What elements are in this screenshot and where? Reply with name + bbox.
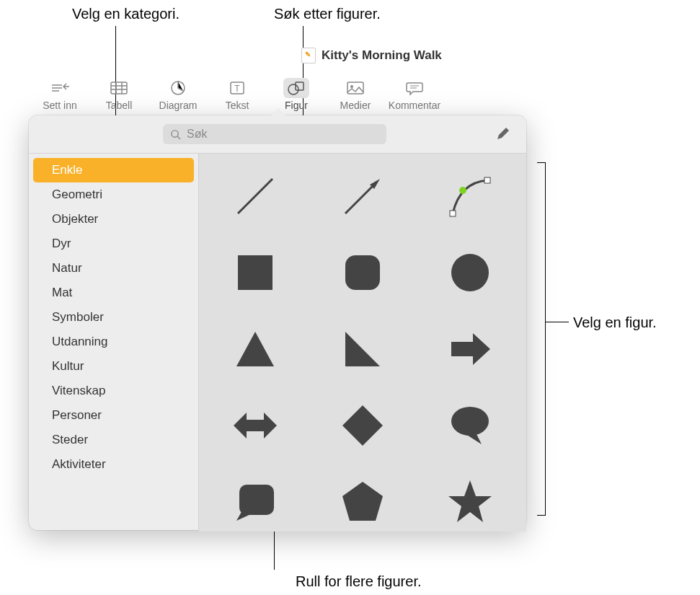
- shape-right-triangle[interactable]: [334, 324, 391, 374]
- shape-double-arrow[interactable]: [226, 400, 284, 451]
- callout-category: Velg en kategori.: [72, 6, 180, 22]
- shape-speech-bubble[interactable]: [441, 400, 499, 451]
- category-item-personer[interactable]: Personer: [29, 403, 198, 428]
- search-input[interactable]: Søk: [163, 124, 386, 144]
- category-item-kultur[interactable]: Kultur: [29, 354, 198, 379]
- category-item-aktiviteter[interactable]: Aktiviteter: [29, 452, 198, 477]
- window-title: Kitty's Morning Walk: [301, 48, 442, 63]
- svg-marker-28: [448, 480, 492, 522]
- shape-circle[interactable]: [441, 247, 499, 298]
- svg-point-14: [459, 187, 466, 194]
- shape-callout-box[interactable]: [226, 477, 284, 527]
- text-icon: T: [224, 78, 250, 98]
- svg-rect-25: [239, 485, 274, 515]
- shape-line[interactable]: [226, 171, 284, 221]
- callout-pick: Velg en figur.: [573, 314, 657, 331]
- shape-arrow-line[interactable]: [334, 171, 391, 221]
- shape-square[interactable]: [226, 247, 284, 298]
- shape-icon: [283, 78, 309, 98]
- svg-point-8: [172, 130, 178, 136]
- callout-line-scroll: [274, 528, 275, 570]
- category-list[interactable]: Enkle Geometri Objekter Dyr Natur Mat Sy…: [29, 154, 198, 532]
- shapes-panel[interactable]: [198, 154, 526, 532]
- bracket-shapes: [537, 162, 546, 516]
- toolbar-chart[interactable]: Diagram: [157, 78, 199, 111]
- svg-rect-15: [238, 255, 273, 290]
- category-item-objekter[interactable]: Objekter: [29, 207, 198, 232]
- category-item-symboler[interactable]: Symboler: [29, 305, 198, 330]
- svg-marker-27: [342, 482, 383, 521]
- main-toolbar: Sett inn Tabell Diagram T Tekst Figur Me…: [29, 72, 446, 117]
- insert-icon: [47, 78, 73, 98]
- toolbar-media[interactable]: Medier: [335, 78, 376, 111]
- svg-line-9: [238, 179, 273, 213]
- category-item-vitenskap[interactable]: Vitenskap: [29, 379, 198, 403]
- toolbar-shape[interactable]: Figur: [275, 78, 317, 111]
- category-item-steder[interactable]: Steder: [29, 428, 198, 452]
- svg-rect-12: [450, 211, 456, 216]
- callout-line-pick: [546, 322, 569, 322]
- svg-marker-22: [342, 405, 383, 446]
- svg-text:T: T: [234, 84, 240, 94]
- svg-marker-19: [345, 332, 380, 366]
- category-item-natur[interactable]: Natur: [29, 256, 198, 281]
- shapes-grid: [219, 171, 506, 527]
- popover-header: Søk: [29, 115, 526, 153]
- document-icon: [301, 48, 316, 63]
- shape-curve[interactable]: [441, 171, 499, 221]
- svg-marker-18: [236, 332, 274, 366]
- toolbar-media-label: Medier: [340, 100, 371, 111]
- svg-marker-20: [451, 333, 490, 365]
- pen-icon: [495, 126, 515, 142]
- shape-arrow-right[interactable]: [441, 324, 499, 374]
- search-icon: [170, 129, 181, 140]
- shapes-popover: Søk Enkle Geometri Objekter Dyr Natur Ma…: [29, 115, 526, 530]
- shape-diamond[interactable]: [334, 400, 391, 451]
- svg-point-17: [451, 254, 489, 291]
- comment-icon: [402, 78, 427, 98]
- toolbar-table[interactable]: Tabell: [98, 78, 140, 111]
- svg-point-23: [451, 407, 489, 436]
- category-item-dyr[interactable]: Dyr: [29, 232, 198, 256]
- callout-scroll: Rull for flere figurer.: [296, 573, 422, 590]
- category-item-mat[interactable]: Mat: [29, 281, 198, 305]
- shape-triangle[interactable]: [226, 324, 284, 374]
- media-icon: [342, 78, 368, 98]
- chart-icon: [165, 78, 191, 98]
- svg-marker-24: [466, 433, 482, 444]
- shape-pentagon[interactable]: [334, 477, 391, 527]
- toolbar-text-label: Tekst: [226, 100, 249, 111]
- callout-search: Søk etter figurer.: [274, 6, 381, 22]
- category-item-enkle[interactable]: Enkle: [33, 158, 194, 182]
- toolbar-comment-label: Kommentar: [389, 100, 440, 111]
- svg-marker-21: [234, 413, 277, 438]
- svg-rect-0: [111, 82, 127, 94]
- document-title: Kitty's Morning Walk: [322, 48, 442, 63]
- svg-point-7: [350, 85, 353, 88]
- toolbar-table-label: Tabell: [106, 100, 133, 111]
- table-icon: [106, 78, 132, 98]
- toolbar-insert-label: Sett inn: [43, 100, 76, 111]
- popover-body: Enkle Geometri Objekter Dyr Natur Mat Sy…: [29, 153, 526, 532]
- svg-rect-16: [345, 255, 380, 290]
- category-item-utdanning[interactable]: Utdanning: [29, 330, 198, 354]
- svg-rect-13: [484, 177, 490, 183]
- category-item-geometri[interactable]: Geometri: [29, 182, 198, 207]
- toolbar-chart-label: Diagram: [159, 100, 198, 111]
- svg-point-4: [288, 84, 298, 94]
- toolbar-shape-label: Figur: [285, 100, 308, 111]
- toolbar-insert[interactable]: Sett inn: [39, 78, 81, 111]
- toolbar-comment[interactable]: Kommentar: [394, 78, 435, 111]
- toolbar-text[interactable]: T Tekst: [216, 78, 258, 111]
- shape-star[interactable]: [441, 477, 499, 527]
- pen-tool-button[interactable]: [495, 126, 515, 142]
- shape-rounded-square[interactable]: [334, 247, 391, 298]
- search-placeholder: Søk: [187, 128, 207, 141]
